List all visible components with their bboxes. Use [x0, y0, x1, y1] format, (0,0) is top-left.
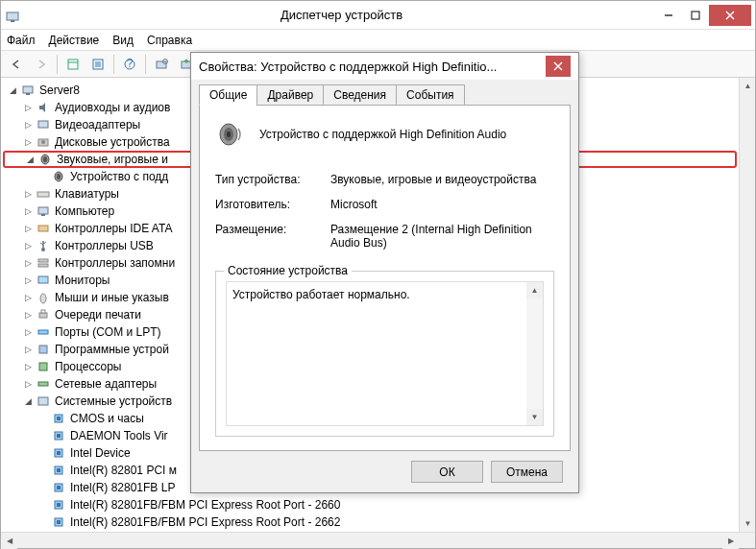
- horizontal-scrollbar[interactable]: ◀ ▶: [1, 532, 755, 548]
- svg-rect-39: [39, 346, 47, 353]
- chip-icon: [51, 497, 66, 513]
- svg-point-21: [41, 140, 45, 144]
- forward-button[interactable]: [30, 53, 53, 76]
- scan-hardware-button[interactable]: [150, 53, 173, 76]
- expander-spacer: [37, 413, 49, 424]
- expander-icon[interactable]: ▷: [22, 102, 34, 113]
- ok-button[interactable]: ОК: [411, 461, 483, 483]
- vertical-scrollbar[interactable]: ▲ ▼: [739, 78, 755, 532]
- expander-icon[interactable]: ▷: [22, 136, 34, 148]
- expander-icon[interactable]: ▷: [22, 223, 34, 234]
- menu-action[interactable]: Действие: [49, 34, 100, 47]
- dialog-close-button[interactable]: [546, 56, 571, 77]
- svg-rect-29: [38, 226, 48, 231]
- close-button[interactable]: [709, 5, 751, 26]
- chip-icon: [51, 514, 66, 530]
- svg-rect-14: [157, 61, 166, 68]
- expander-icon[interactable]: ▷: [22, 205, 34, 217]
- tab-general[interactable]: Общие: [199, 84, 257, 106]
- svg-rect-52: [57, 486, 61, 489]
- window-controls: [655, 5, 751, 26]
- expander-icon[interactable]: ▷: [22, 292, 34, 303]
- system-icon: [36, 394, 51, 409]
- tree-label: Контроллеры IDE ATA: [55, 222, 172, 235]
- expander-icon[interactable]: ▷: [22, 361, 34, 372]
- tree-label: DAEMON Tools Vir: [70, 429, 168, 442]
- expander-icon[interactable]: ◢: [7, 84, 18, 96]
- back-button[interactable]: [5, 53, 28, 76]
- help-button[interactable]: ?: [118, 53, 141, 76]
- device-header: Устройство с поддержкой High Definition …: [215, 119, 554, 150]
- dialog-titlebar: Свойства: Устройство с поддержкой High D…: [191, 53, 578, 80]
- expander-icon[interactable]: ▷: [22, 188, 34, 200]
- expander-icon[interactable]: ▷: [22, 344, 34, 355]
- svg-rect-37: [41, 310, 45, 313]
- tree-label: Клавиатуры: [55, 187, 119, 201]
- sound-icon: [37, 152, 53, 167]
- expander-icon[interactable]: ▷: [22, 309, 34, 321]
- svg-rect-6: [68, 60, 78, 69]
- show-hide-tree-button[interactable]: [61, 53, 85, 76]
- maximize-button[interactable]: [682, 5, 709, 26]
- chip-icon: [51, 411, 66, 426]
- status-textarea[interactable]: Устройство работает нормально. ▲ ▼: [226, 281, 544, 426]
- mouse-icon: [36, 290, 51, 305]
- minimize-button[interactable]: [655, 5, 682, 26]
- svg-rect-33: [38, 264, 48, 267]
- svg-rect-34: [38, 276, 48, 283]
- monitor-icon: [36, 273, 51, 288]
- scroll-right-icon[interactable]: ▶: [722, 533, 739, 549]
- tree-node[interactable]: Intel(R) 82801FB/FBM PCI Express Root Po…: [3, 513, 737, 531]
- svg-point-25: [57, 174, 61, 179]
- dialog-buttons: ОК Отмена: [199, 451, 571, 485]
- tab-events[interactable]: События: [396, 84, 465, 106]
- display-icon: [36, 117, 51, 132]
- tree-label: Порты (COM и LPT): [55, 325, 161, 339]
- expander-icon[interactable]: ▷: [22, 378, 34, 390]
- expander-icon[interactable]: ▷: [22, 274, 34, 286]
- tab-content: Устройство с поддержкой High Definition …: [199, 105, 571, 451]
- scroll-up-icon[interactable]: ▲: [740, 78, 755, 94]
- properties-button[interactable]: [86, 53, 110, 76]
- expander-icon[interactable]: ◢: [22, 395, 34, 407]
- tab-driver[interactable]: Драйвер: [256, 84, 324, 106]
- expander-spacer: [37, 499, 49, 511]
- expander-icon[interactable]: ◢: [24, 154, 36, 165]
- expander-icon[interactable]: ▷: [22, 119, 34, 131]
- net-icon: [36, 376, 51, 392]
- expander-icon[interactable]: ▷: [22, 257, 34, 269]
- expander-icon[interactable]: ▷: [22, 240, 34, 251]
- tree-label: Intel Device: [70, 446, 131, 460]
- menu-help[interactable]: Справка: [147, 34, 192, 47]
- tree-label: Intel(R) 82801FB/FBM PCI Express Root Po…: [70, 498, 340, 512]
- menu-file[interactable]: Файл: [7, 34, 36, 47]
- loc-value: Размещение 2 (Internal High Definition A…: [330, 223, 554, 250]
- svg-rect-40: [39, 363, 47, 370]
- status-scrollbar[interactable]: ▲ ▼: [526, 282, 543, 425]
- svg-rect-54: [57, 503, 61, 507]
- mfr-label: Изготовитель:: [215, 198, 330, 211]
- scroll-down-icon[interactable]: ▼: [740, 515, 755, 532]
- svg-rect-50: [57, 468, 61, 472]
- expander-icon[interactable]: ▷: [22, 326, 34, 338]
- type-value: Звуковые, игровые и видеоустройства: [330, 173, 554, 186]
- tree-label: Компьютер: [55, 204, 114, 218]
- svg-rect-36: [39, 313, 47, 318]
- tree-label: Дисковые устройства: [55, 135, 170, 149]
- scroll-left-icon[interactable]: ◀: [1, 533, 17, 549]
- tree-node[interactable]: Intel(R) 82801FB/FBM PCI Express Root Po…: [3, 496, 737, 513]
- menu-view[interactable]: Вид: [112, 34, 134, 47]
- scroll-down-icon[interactable]: ▼: [526, 409, 543, 425]
- scroll-up-icon[interactable]: ▲: [526, 282, 543, 298]
- expander-spacer: [37, 171, 49, 182]
- tree-label: Мониторы: [55, 274, 110, 287]
- cancel-button[interactable]: Отмена: [491, 461, 563, 483]
- menubar: Файл Действие Вид Справка: [1, 30, 755, 51]
- audio-icon: [36, 100, 51, 115]
- tab-details[interactable]: Сведения: [323, 84, 397, 106]
- device-name: Устройство с поддержкой High Definition …: [259, 128, 506, 141]
- svg-point-23: [43, 156, 47, 162]
- toolbar-separator: [57, 55, 58, 74]
- app-icon: [5, 8, 20, 23]
- tree-label: Intel(R) 82801FB/FBM PCI Express Root Po…: [70, 515, 340, 529]
